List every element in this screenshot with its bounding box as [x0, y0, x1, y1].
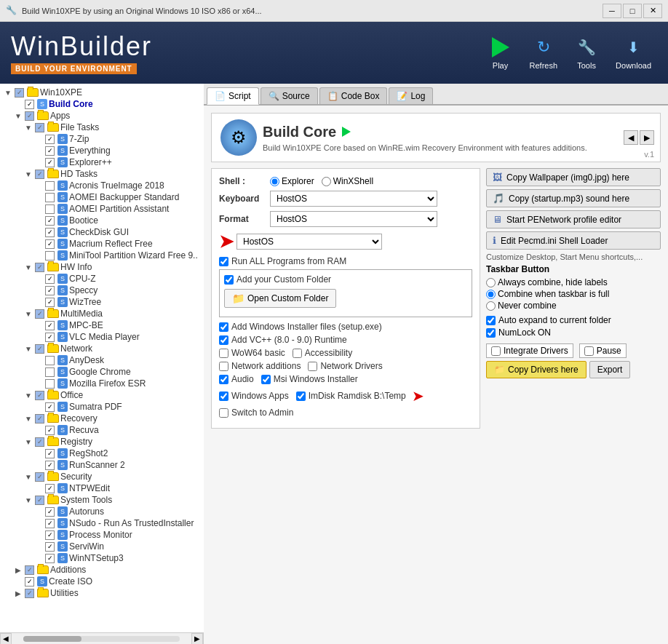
sidebar-item-7zip[interactable]: S7-Zip: [0, 133, 204, 145]
copy-wallpaper-button[interactable]: 🖼 Copy Wallpaper (img0.jpg) here: [486, 168, 661, 186]
taskbar-always-radio[interactable]: [486, 278, 496, 287]
tree-checkbox-hdtasks[interactable]: ✓: [35, 170, 44, 179]
tree-checkbox-hwinfo[interactable]: ✓: [35, 263, 44, 272]
tree-checkbox-7zip[interactable]: [45, 135, 55, 144]
sidebar-item-hwinfo[interactable]: ▼✓HW Info: [0, 261, 204, 273]
sidebar-item-additions[interactable]: ▶✓Additions: [0, 564, 204, 576]
tools-button[interactable]: 🔧 Tools: [569, 33, 604, 73]
sidebar-item-apps[interactable]: ▼✓Apps: [0, 110, 204, 122]
close-button[interactable]: ✕: [643, 4, 662, 18]
sidebar-item-hdtasks[interactable]: ▼✓HD Tasks: [0, 168, 204, 180]
nav-prev-button[interactable]: ◀: [624, 130, 638, 145]
sidebar-item-mpcbe[interactable]: SMPC-BE: [0, 319, 204, 331]
tree-checkbox-processmonitor[interactable]: [45, 530, 55, 540]
switch-admin-checkbox[interactable]: [219, 408, 228, 418]
tree-checkbox-additions[interactable]: ✓: [25, 565, 34, 575]
tree-checkbox-apps[interactable]: ✓: [25, 111, 34, 121]
tree-checkbox-utilities[interactable]: ✓: [25, 589, 34, 598]
windows-apps-checkbox[interactable]: [219, 391, 228, 401]
tree-checkbox-everything[interactable]: [45, 146, 55, 156]
sidebar-item-filetasks[interactable]: ▼✓File Tasks: [0, 122, 204, 133]
expand-btn-filetasks[interactable]: ▼: [23, 122, 33, 132]
expand-btn-apps[interactable]: ▼: [13, 111, 23, 121]
sidebar-item-vlc[interactable]: SVLC Media Player: [0, 331, 204, 343]
network-drivers-checkbox[interactable]: [308, 362, 317, 371]
tree-checkbox-checkdisk[interactable]: [45, 228, 55, 237]
hscroll-thumb[interactable]: [23, 636, 81, 642]
sidebar-item-multimedia[interactable]: ▼✓MultiMedia: [0, 308, 204, 319]
sidebar-item-security[interactable]: ▼✓Security: [0, 471, 204, 482]
tree-checkbox-win10xpe[interactable]: ✓: [15, 88, 24, 98]
sidebar-item-macrium[interactable]: SMacrium Reflect Free: [0, 238, 204, 250]
expand-btn-utilities[interactable]: ▶: [13, 588, 23, 598]
sidebar-item-minitool[interactable]: SMiniTool Partition Wizard Free 9..: [0, 250, 204, 261]
sidebar-item-utilities[interactable]: ▶✓Utilities: [0, 587, 204, 599]
sidebar-item-office[interactable]: ▼✓Office: [0, 389, 204, 401]
tree-checkbox-speccy[interactable]: [45, 286, 55, 295]
tree-checkbox-office[interactable]: ✓: [35, 391, 44, 400]
tree-checkbox-winntsetup3[interactable]: [45, 554, 55, 563]
open-custom-folder-button[interactable]: 📁 Open Custom Folder: [224, 289, 336, 308]
refresh-button[interactable]: ↻ Refresh: [524, 33, 564, 73]
tree-checkbox-cpuz[interactable]: [45, 274, 55, 284]
add-windows-installer-checkbox[interactable]: [219, 322, 228, 332]
expand-btn-recovery[interactable]: ▼: [23, 413, 33, 424]
sidebar-item-anydesk[interactable]: SAnyDesk: [0, 354, 204, 366]
taskbar-combine-option[interactable]: Combine when taskbar is full: [486, 289, 661, 299]
expand-btn-network[interactable]: ▼: [23, 343, 33, 354]
hscroll-left-btn[interactable]: ◀: [0, 633, 12, 645]
tree-checkbox-recovery[interactable]: ✓: [35, 414, 44, 424]
expand-btn-win10xpe[interactable]: ▼: [3, 87, 13, 98]
tree-checkbox-wiztree[interactable]: [45, 298, 55, 307]
tree-checkbox-anydesk[interactable]: [45, 356, 55, 365]
sidebar-item-systemtools[interactable]: ▼✓System Tools: [0, 494, 204, 506]
tree-checkbox-nsudo[interactable]: [45, 519, 55, 528]
format-select[interactable]: HostOS: [270, 211, 437, 227]
tree-checkbox-runscanner2[interactable]: [45, 461, 55, 470]
sidebar-item-recuva[interactable]: SRecuva: [0, 424, 204, 436]
sidebar-item-ntpwedit[interactable]: SNTPWEdit: [0, 482, 204, 494]
hostos-select[interactable]: HostOS: [236, 234, 382, 250]
shell-winxshell-option[interactable]: WinXShell: [322, 176, 373, 186]
download-button[interactable]: ⬇ Download: [610, 33, 657, 73]
tree-checkbox-registry[interactable]: ✓: [35, 437, 44, 447]
sidebar-item-win10xpe[interactable]: ▼✓Win10XPE: [0, 87, 204, 98]
sidebar-item-registry[interactable]: ▼✓Registry: [0, 436, 204, 448]
sidebar-item-serviwin[interactable]: SServiWin: [0, 541, 204, 552]
sidebar-item-checkdisk[interactable]: SCheckDisk GUI: [0, 226, 204, 238]
imdisk-checkbox[interactable]: [296, 391, 306, 401]
export-button[interactable]: Export: [589, 361, 631, 378]
tab-source[interactable]: 🔍 Source: [261, 87, 318, 104]
expand-btn-systemtools[interactable]: ▼: [23, 495, 33, 505]
tree-checkbox-network[interactable]: ✓: [35, 344, 44, 354]
taskbar-never-radio[interactable]: [486, 301, 496, 311]
accessibility-checkbox[interactable]: [293, 349, 302, 358]
expand-btn-security[interactable]: ▼: [23, 472, 33, 482]
tree-checkbox-security[interactable]: ✓: [35, 472, 44, 482]
tree-checkbox-buildcore[interactable]: [25, 100, 34, 109]
sidebar-item-aomeibackupper[interactable]: SAOMEI Backupper Standard: [0, 191, 204, 203]
wow64-checkbox[interactable]: [219, 349, 228, 358]
tree-checkbox-filetasks[interactable]: ✓: [35, 123, 44, 132]
sidebar-item-winntsetup3[interactable]: SWinNTSetup3: [0, 552, 204, 564]
msi-checkbox[interactable]: [261, 375, 271, 384]
tab-log[interactable]: 📝 Log: [389, 87, 433, 104]
keyboard-select[interactable]: HostOS: [270, 191, 437, 207]
expand-btn-additions[interactable]: ▶: [13, 565, 23, 575]
minimize-button[interactable]: ─: [603, 4, 621, 18]
tree-checkbox-chrome[interactable]: [45, 367, 55, 377]
shell-winxshell-radio[interactable]: [322, 177, 331, 186]
sidebar-item-regshot2[interactable]: SRegShot2: [0, 448, 204, 459]
sidebar-item-nsudo[interactable]: SNSudo - Run As TrustedInstaller: [0, 517, 204, 529]
sidebar-item-network[interactable]: ▼✓Network: [0, 343, 204, 354]
tree-checkbox-recuva[interactable]: [45, 426, 55, 435]
tree-checkbox-firefox[interactable]: [45, 379, 55, 389]
sidebar-item-cpuz[interactable]: SCPU-Z: [0, 273, 204, 285]
tree-checkbox-bootice[interactable]: [45, 216, 55, 226]
tree-checkbox-acronis[interactable]: [45, 181, 55, 191]
sidebar-item-buildcore[interactable]: SBuild Core: [0, 98, 204, 110]
sidebar-item-recovery[interactable]: ▼✓Recovery: [0, 413, 204, 424]
shell-explorer-option[interactable]: Explorer: [270, 176, 314, 186]
copy-startup-button[interactable]: 🎵 Copy (startup.mp3) sound here: [486, 189, 661, 207]
tab-script[interactable]: 📄 Script: [207, 87, 259, 105]
